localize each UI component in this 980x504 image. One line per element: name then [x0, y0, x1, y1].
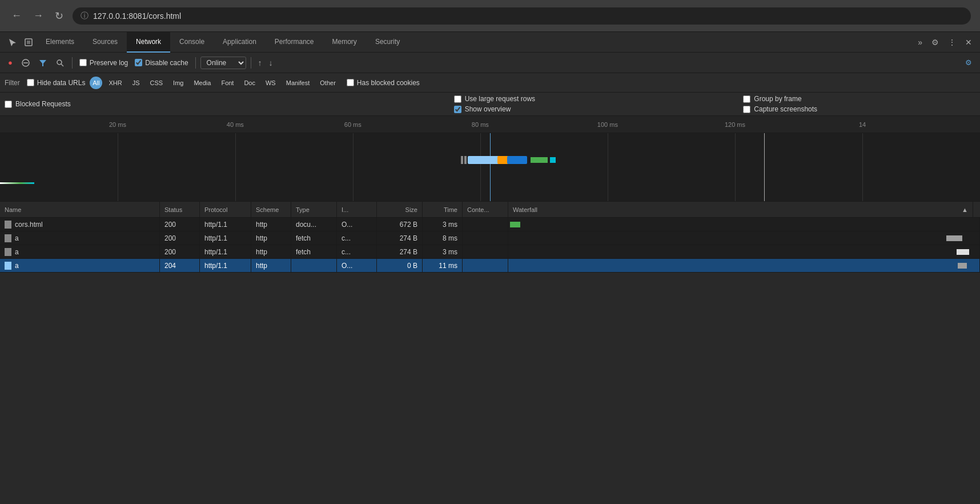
overview-bar-green: [531, 157, 548, 163]
file-icon-2: [5, 234, 11, 242]
td-name-1: cors.html: [0, 218, 160, 231]
separator-2: [195, 57, 196, 69]
use-large-rows-option[interactable]: Use large request rows: [454, 95, 686, 103]
th-status[interactable]: Status: [160, 202, 200, 217]
forward-button[interactable]: →: [31, 7, 46, 24]
td-protocol-2: http/1.1: [200, 231, 251, 245]
record-button[interactable]: ●: [5, 56, 16, 69]
td-scheme-4: http: [251, 259, 291, 272]
td-initiator-2: c...: [337, 231, 377, 245]
upload-icon: ↑: [256, 56, 264, 70]
cursor-icon[interactable]: [5, 34, 21, 50]
tick-60ms: 60 ms: [344, 121, 362, 128]
filter-all-button[interactable]: All: [90, 77, 102, 89]
th-type[interactable]: Type: [291, 202, 337, 217]
browser-chrome: ← → ↻ ⓘ 127.0.0.1:8081/cors.html: [0, 0, 980, 32]
filter-xhr-button[interactable]: XHR: [105, 78, 126, 87]
filter-img-button[interactable]: Img: [169, 78, 187, 87]
show-overview-checkbox[interactable]: [454, 106, 461, 113]
tab-memory[interactable]: Memory: [323, 32, 366, 53]
td-content-4: [463, 259, 508, 272]
timeline-overview[interactable]: [0, 133, 980, 202]
filter-css-button[interactable]: CSS: [146, 78, 167, 87]
address-bar[interactable]: ⓘ 127.0.0.1:8081/cors.html: [73, 7, 971, 25]
td-type-3: fetch: [291, 245, 337, 258]
filter-button[interactable]: [35, 57, 50, 69]
filter-manifest-button[interactable]: Manifest: [282, 78, 314, 87]
table-row[interactable]: cors.html 200 http/1.1 http docu... O...…: [0, 218, 980, 231]
hide-data-urls-label[interactable]: Hide data URLs: [25, 78, 88, 88]
th-scheme[interactable]: Scheme: [251, 202, 291, 217]
td-status-2: 200: [160, 231, 200, 245]
filter-ws-button[interactable]: WS: [262, 78, 280, 87]
th-initiator[interactable]: I...: [337, 202, 377, 217]
blocked-requests-option[interactable]: Blocked Requests: [5, 100, 237, 108]
options-col-right: Use large request rows Show overview: [454, 95, 686, 113]
tab-security[interactable]: Security: [366, 32, 409, 53]
hide-data-urls-checkbox[interactable]: [27, 79, 34, 86]
table-row[interactable]: a 200 http/1.1 http fetch c... 274 B 8 m…: [0, 231, 980, 245]
filter-doc-button[interactable]: Doc: [240, 78, 259, 87]
wf-bar-4: [958, 263, 967, 269]
overview-bar-teal: [550, 157, 556, 163]
menu-button[interactable]: ⋮: [945, 35, 959, 49]
svg-marker-4: [39, 60, 46, 66]
network-settings-button[interactable]: ⚙: [962, 56, 975, 69]
reload-button[interactable]: ↻: [53, 7, 66, 25]
td-status-1: 200: [160, 218, 200, 231]
th-waterfall[interactable]: Waterfall ▲: [508, 202, 973, 217]
throttle-select[interactable]: Online Fast 3G Slow 3G Offline: [200, 57, 246, 69]
filter-other-button[interactable]: Other: [316, 78, 340, 87]
search-button[interactable]: [53, 57, 67, 69]
group-by-frame-option[interactable]: Group by frame: [743, 95, 975, 103]
tab-application[interactable]: Application: [214, 32, 266, 53]
file-icon-3: [5, 248, 11, 256]
show-overview-option[interactable]: Show overview: [454, 105, 686, 113]
has-blocked-cookies-checkbox[interactable]: [347, 79, 354, 86]
blocked-requests-checkbox[interactable]: [5, 101, 12, 108]
disable-cache-checkbox[interactable]: [135, 59, 142, 66]
th-size[interactable]: Size: [377, 202, 423, 217]
td-waterfall-3: [508, 245, 980, 258]
settings-button[interactable]: ⚙: [928, 35, 942, 49]
tab-performance[interactable]: Performance: [266, 32, 323, 53]
preserve-log-label[interactable]: Preserve log: [77, 58, 130, 68]
tab-network[interactable]: Network: [127, 32, 170, 53]
tab-console[interactable]: Console: [170, 32, 214, 53]
th-time[interactable]: Time: [423, 202, 463, 217]
overview-bar-gray2: [464, 156, 467, 164]
tick-100ms: 100 ms: [597, 121, 618, 128]
file-icon-4: [5, 262, 11, 270]
has-blocked-cookies-label[interactable]: Has blocked cookies: [347, 79, 420, 87]
disable-cache-label[interactable]: Disable cache: [132, 58, 190, 68]
td-protocol-3: http/1.1: [200, 245, 251, 258]
more-tabs-button[interactable]: »: [914, 35, 926, 49]
inspector-icon[interactable]: [21, 34, 37, 50]
capture-screenshots-option[interactable]: Capture screenshots: [743, 105, 975, 113]
td-time-4: 11 ms: [423, 259, 463, 272]
use-large-rows-checkbox[interactable]: [454, 95, 461, 103]
tab-sources[interactable]: Sources: [83, 32, 127, 53]
close-button[interactable]: ✕: [962, 35, 975, 49]
table-row[interactable]: a 204 http/1.1 http O... 0 B 11 ms: [0, 259, 980, 273]
filter-js-button[interactable]: JS: [128, 78, 144, 87]
filter-font-button[interactable]: Font: [217, 78, 238, 87]
filter-media-button[interactable]: Media: [190, 78, 215, 87]
requests-table: Name Status Protocol Scheme Type I... Si…: [0, 202, 980, 273]
back-button[interactable]: ←: [9, 7, 24, 24]
td-size-3: 274 B: [377, 245, 423, 258]
td-initiator-4: O...: [337, 259, 377, 272]
overview-bar-gray1: [461, 156, 463, 164]
group-by-frame-checkbox[interactable]: [743, 95, 750, 103]
td-protocol-4: http/1.1: [200, 259, 251, 272]
clear-button[interactable]: [18, 57, 33, 69]
th-content[interactable]: Conte...: [463, 202, 508, 217]
preserve-log-checkbox[interactable]: [79, 59, 87, 66]
grid-line-5: [608, 133, 608, 201]
capture-screenshots-checkbox[interactable]: [743, 106, 750, 113]
sort-icon: ▲: [962, 206, 968, 213]
table-row[interactable]: a 200 http/1.1 http fetch c... 274 B 3 m…: [0, 245, 980, 259]
th-name[interactable]: Name: [0, 202, 160, 217]
th-protocol[interactable]: Protocol: [200, 202, 251, 217]
tab-elements[interactable]: Elements: [37, 32, 83, 53]
